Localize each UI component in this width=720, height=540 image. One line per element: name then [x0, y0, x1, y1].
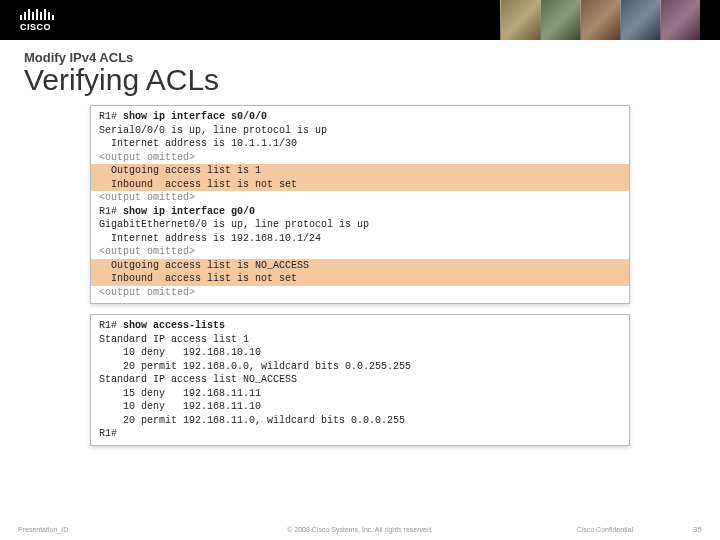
cli-line-highlighted: Outgoing access list is NO_ACCESS — [91, 259, 629, 273]
cisco-logo: CISCO — [20, 8, 54, 32]
header-photo — [580, 0, 620, 40]
cli-line: Internet address is 192.168.10.1/24 — [91, 232, 629, 246]
logo-bars-icon — [20, 8, 54, 20]
cli-line: Serial0/0/0 is up, line protocol is up — [91, 124, 629, 138]
cli-line: Standard IP access list 1 — [91, 333, 629, 347]
cli-line: R1# show ip interface s0/0/0 — [91, 110, 629, 124]
cli-line: 20 permit 192.168.11.0, wildcard bits 0.… — [91, 414, 629, 428]
cli-line: 10 deny 192.168.11.10 — [91, 400, 629, 414]
cli-line: 10 deny 192.168.10.10 — [91, 346, 629, 360]
slide-number: 35 — [693, 525, 702, 534]
slide-title: Verifying ACLs — [24, 63, 696, 97]
cli-line: R1# show ip interface g0/0 — [91, 205, 629, 219]
header-photo — [620, 0, 660, 40]
header-photo — [660, 0, 700, 40]
cli-line: R1# show access-lists — [91, 319, 629, 333]
header-photo — [540, 0, 580, 40]
header-photos — [500, 0, 700, 40]
cli-line: R1# — [91, 427, 629, 441]
footer-confidential: Cisco Confidential — [577, 526, 633, 533]
cli-line-highlighted: Inbound access list is not set — [91, 178, 629, 192]
cli-output-omitted: <output omitted> — [91, 151, 629, 165]
header-bar: CISCO — [0, 0, 720, 40]
header-photo — [500, 0, 540, 40]
cli-line: 20 permit 192.168.0.0, wildcard bits 0.0… — [91, 360, 629, 374]
cli-output-box-2: R1# show access-lists Standard IP access… — [90, 314, 630, 446]
cli-output-box-1: R1# show ip interface s0/0/0 Serial0/0/0… — [90, 105, 630, 304]
cli-line: Standard IP access list NO_ACCESS — [91, 373, 629, 387]
cli-line-highlighted: Outgoing access list is 1 — [91, 164, 629, 178]
cli-output-omitted: <output omitted> — [91, 286, 629, 300]
cli-line: Internet address is 10.1.1.1/30 — [91, 137, 629, 151]
logo-text: CISCO — [20, 22, 54, 32]
footer-copyright: © 2008 Cisco Systems, Inc. All rights re… — [287, 526, 433, 533]
cli-output-omitted: <output omitted> — [91, 191, 629, 205]
title-block: Modify IPv4 ACLs Verifying ACLs — [0, 40, 720, 103]
content-area: R1# show ip interface s0/0/0 Serial0/0/0… — [0, 103, 720, 446]
cli-line-highlighted: Inbound access list is not set — [91, 272, 629, 286]
cli-line: GigabitEthernet0/0 is up, line protocol … — [91, 218, 629, 232]
footer: Presentation_ID © 2008 Cisco Systems, In… — [0, 525, 720, 534]
cli-line: 15 deny 192.168.11.11 — [91, 387, 629, 401]
footer-left: Presentation_ID — [18, 526, 68, 533]
cli-output-omitted: <output omitted> — [91, 245, 629, 259]
